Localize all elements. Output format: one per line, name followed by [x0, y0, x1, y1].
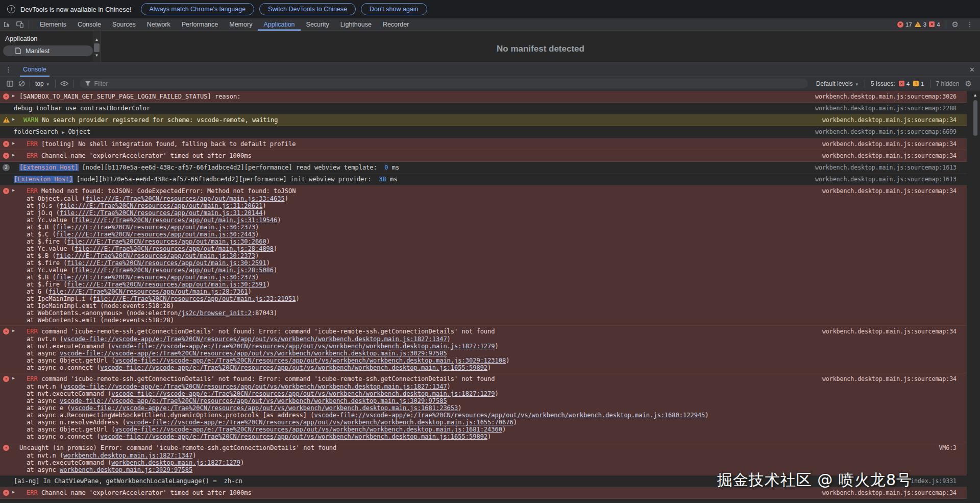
dont-show-again-button[interactable]: Don't show again [361, 3, 427, 15]
tab-performance[interactable]: Performance [176, 18, 224, 31]
source-location[interactable]: workbench.desktop.main.js:sourcemap:34 [822, 375, 957, 382]
source-location[interactable]: workbench.desktop.main.js:sourcemap:34 [822, 140, 957, 148]
inspect-element-icon[interactable] [0, 21, 13, 28]
file-link[interactable]: file:///E:/Trae%20CN/resources/app/out/m… [75, 245, 274, 252]
scroll-up-icon[interactable]: ▲ [973, 93, 977, 98]
file-link[interactable]: file:///E:/Trae%20CN/resources/app/out/m… [56, 224, 255, 231]
file-link[interactable]: file:///E:/Trae%20CN/resources/app/out/m… [67, 259, 266, 267]
source-location[interactable]: workbench.desktop.main.js:sourcemap:2288 [815, 105, 957, 112]
tab-sources[interactable]: Sources [107, 18, 141, 31]
close-icon[interactable]: ✕ [969, 66, 975, 74]
console-prompt[interactable]: > [0, 499, 967, 503]
tab-network[interactable]: Network [141, 18, 176, 31]
expand-arrow-icon[interactable]: ▶ [12, 376, 15, 380]
file-link[interactable]: file:///E:/Trae%20CN/resources/app/out/m… [86, 195, 285, 202]
tab-console[interactable]: Console [72, 18, 107, 31]
source-location[interactable]: workbench.desktop.main.js:sourcemap:34 [822, 152, 957, 159]
file-link[interactable]: file:///E:/Trae%20CN/resources/app/out/m… [67, 238, 266, 245]
console-settings-gear-icon[interactable]: ⚙ [963, 79, 974, 88]
source-location[interactable]: workbench.desktop.main.js:sourcemap:34 [822, 116, 957, 124]
file-link[interactable]: vscode-file://vscode-app/e:/Trae%20CN/re… [60, 397, 447, 404]
file-link[interactable]: file:///E:/Trae%20CN/resources/app/out/m… [56, 231, 255, 238]
manifest-file-icon [15, 47, 21, 54]
scroll-up-icon[interactable]: ▲ [95, 37, 99, 42]
scrollbar-thumb[interactable] [94, 43, 100, 52]
hidden-messages-label[interactable]: 7 hidden [936, 80, 960, 87]
expand-arrow-icon[interactable]: ▶ [12, 141, 15, 146]
file-link[interactable]: file:///E:/Trae%20CN/resources/app/out/m… [60, 202, 262, 209]
console-sidebar-toggle-icon[interactable] [4, 81, 16, 87]
file-link[interactable]: vscode-file://vscode-app/e:/Trae%20CN/re… [101, 364, 488, 371]
file-link[interactable]: file:///E:/Trae%20CN/resources/app/out/m… [75, 217, 277, 224]
file-link[interactable]: file:///E:/Trae%20CN/resources/app/out/m… [75, 267, 274, 274]
default-levels-dropdown[interactable]: Default levels▼ [816, 80, 859, 87]
expand-arrow-icon[interactable]: ▶ [12, 117, 15, 122]
source-location[interactable]: workbench.desktop.main.js:sourcemap:1613 [815, 176, 957, 183]
drawer-menu-icon[interactable]: ⋮ [0, 66, 17, 74]
error-count[interactable]: ✕17 [897, 21, 912, 28]
source-location[interactable]: workbench.desktop.main.js:sourcemap:3026 [815, 93, 957, 100]
filter-field[interactable] [80, 79, 808, 88]
file-link[interactable]: vscode-file://vscode-app/e:/Trae%20CN/re… [314, 412, 705, 419]
file-link[interactable]: vscode-file://vscode-app/e:/Trae%20CN/re… [63, 383, 447, 390]
file-link[interactable]: workbench.desktop.main.js:1827:1347 [63, 452, 192, 459]
expand-arrow-icon[interactable]: ▶ [12, 490, 15, 494]
scroll-down-icon[interactable]: ▼ [95, 53, 99, 58]
tab-memory[interactable]: Memory [224, 18, 258, 31]
filter-input[interactable] [94, 80, 803, 87]
console-scrollbar[interactable]: ▲ [972, 93, 978, 136]
device-toolbar-icon[interactable] [13, 21, 27, 28]
file-link[interactable]: file:///E:/Trae%20CN/resources/app/out/m… [93, 295, 296, 302]
tab-application[interactable]: Application [258, 18, 300, 31]
file-link[interactable]: file:///E:/Trae%20CN/resources/app/out/m… [56, 252, 255, 259]
source-location[interactable]: VM6:3 [939, 444, 957, 451]
file-link[interactable]: file:///E:/Trae%20CN/resources/app/out/m… [60, 209, 262, 217]
tab-elements[interactable]: Elements [34, 18, 72, 31]
source-location[interactable]: index.js:9331 [911, 477, 957, 485]
expand-arrow-icon[interactable]: ▶ [12, 188, 15, 193]
issues-label[interactable]: 5 Issues: [871, 80, 895, 87]
source-location[interactable]: workbench.desktop.main.js:sourcemap:1613 [815, 164, 957, 171]
file-link[interactable]: vscode-file://vscode-app/e:/Trae%20CN/re… [60, 350, 447, 357]
source-location[interactable]: workbench.desktop.main.js:sourcemap:34 [822, 187, 957, 195]
more-options-icon[interactable]: ⋮ [963, 20, 976, 28]
tab-security[interactable]: Security [301, 18, 335, 31]
tab-lighthouse[interactable]: Lighthouse [335, 18, 377, 31]
scrollbar-thumb[interactable] [973, 100, 977, 136]
file-link[interactable]: vscode-file://vscode-app/e:/Trae%20CN/re… [115, 357, 506, 364]
divider [945, 20, 945, 29]
file-link[interactable]: workbench.desktop.main.js:3029:97585 [60, 466, 192, 473]
file-link[interactable]: vscode-file://vscode-app/e:/Trae%20CN/re… [115, 426, 502, 433]
file-link[interactable]: vscode-file://vscode-app/e:/Trae%20CN/re… [63, 336, 447, 343]
sidebar-item-manifest[interactable]: Manifest [3, 45, 93, 56]
settings-gear-icon[interactable]: ⚙ [950, 20, 961, 29]
sidebar-scrollbar[interactable]: ▲ ▼ [93, 31, 101, 62]
issues-error-count[interactable]: ✕4 [899, 81, 910, 87]
expand-arrow-icon[interactable]: ▶ [12, 328, 15, 333]
file-link[interactable]: /js2c/browser_init:2 [178, 309, 252, 317]
file-link[interactable]: vscode-file://vscode-app/e:/Trae%20CN/re… [71, 404, 458, 412]
tab-console-drawer[interactable]: Console [17, 62, 53, 77]
live-expression-eye-icon[interactable] [58, 81, 71, 86]
source-location[interactable]: workbench.desktop.main.js:sourcemap:34 [822, 328, 957, 335]
issues-count[interactable]: ✕4 [929, 21, 940, 28]
file-link[interactable]: vscode-file://vscode-app/e:/Trae%20CN/re… [126, 419, 513, 426]
file-link[interactable]: file:///E:/Trae%20CN/resources/app/out/m… [56, 274, 255, 281]
file-link[interactable]: vscode-file://vscode-app/e:/Trae%20CN/re… [101, 433, 488, 440]
file-link[interactable]: vscode-file://vscode-app/e:/Trae%20CN/re… [111, 390, 495, 397]
source-location[interactable]: workbench.desktop.main.js:sourcemap:6699 [815, 128, 957, 135]
expand-arrow-icon[interactable]: ▶ [12, 153, 15, 157]
file-link[interactable]: vscode-file://vscode-app/e:/Trae%20CN/re… [111, 343, 495, 350]
divider [30, 80, 30, 88]
always-match-language-button[interactable]: Always match Chrome's language [141, 3, 255, 15]
clear-console-icon[interactable] [16, 80, 28, 87]
issues-warning-count[interactable]: !1 [913, 81, 924, 87]
file-link[interactable]: file:///E:/Trae%20CN/resources/app/out/m… [67, 281, 266, 288]
switch-devtools-chinese-button[interactable]: Switch DevTools to Chinese [259, 3, 356, 15]
expand-arrow-icon[interactable]: ▶ [12, 93, 15, 98]
context-selector[interactable]: top▼ [32, 80, 53, 87]
file-link[interactable]: workbench.desktop.main.js:1827:1279 [111, 459, 240, 466]
file-link[interactable]: file:///E:/Trae%20CN/resources/app/out/m… [48, 288, 248, 295]
warning-count[interactable]: !3 [915, 21, 926, 28]
tab-recorder[interactable]: Recorder [377, 18, 414, 31]
